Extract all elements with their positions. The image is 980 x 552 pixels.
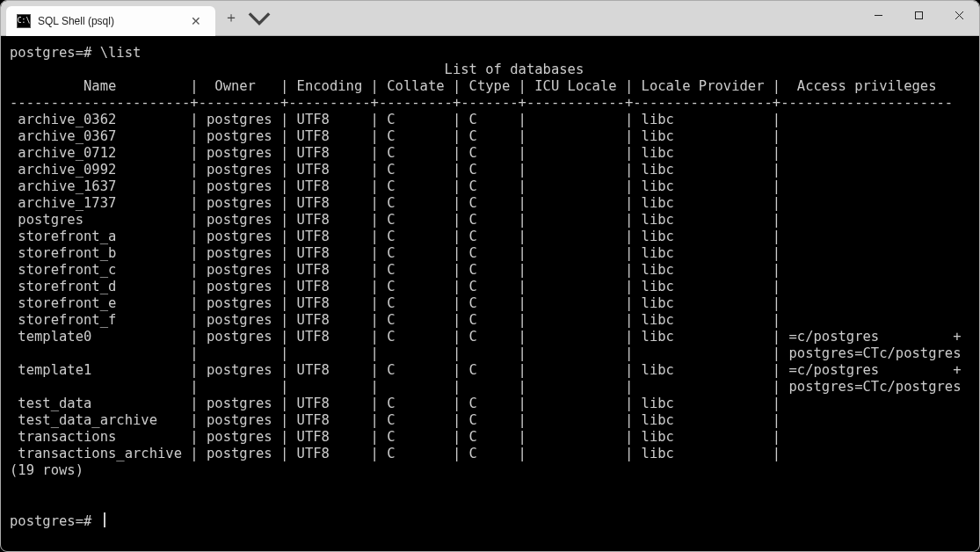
cursor: [104, 512, 105, 527]
new-tab-button[interactable]: ＋: [219, 6, 243, 31]
tab-dropdown-button[interactable]: [247, 6, 272, 31]
close-tab-icon[interactable]: ✕: [187, 14, 205, 28]
prompt-line: postgres=# \list: [10, 45, 141, 61]
psql-list-output: List of databases Name | Owner | Encodin…: [10, 62, 980, 461]
minimize-button[interactable]: [858, 1, 898, 29]
tab-title: SQL Shell (psql): [38, 15, 114, 27]
window-titlebar: C:\ SQL Shell (psql) ✕ ＋: [1, 1, 979, 36]
row-count: (19 rows): [10, 462, 83, 478]
terminal-icon: C:\: [17, 14, 31, 28]
active-tab[interactable]: C:\ SQL Shell (psql) ✕: [6, 6, 215, 36]
svg-rect-1: [915, 11, 922, 18]
terminal-output[interactable]: postgres=# \list List of databases Name …: [1, 36, 979, 537]
next-prompt: postgres=#: [10, 513, 91, 529]
window-controls: [858, 1, 979, 36]
maximize-button[interactable]: [898, 1, 939, 29]
close-window-button[interactable]: [939, 1, 979, 29]
